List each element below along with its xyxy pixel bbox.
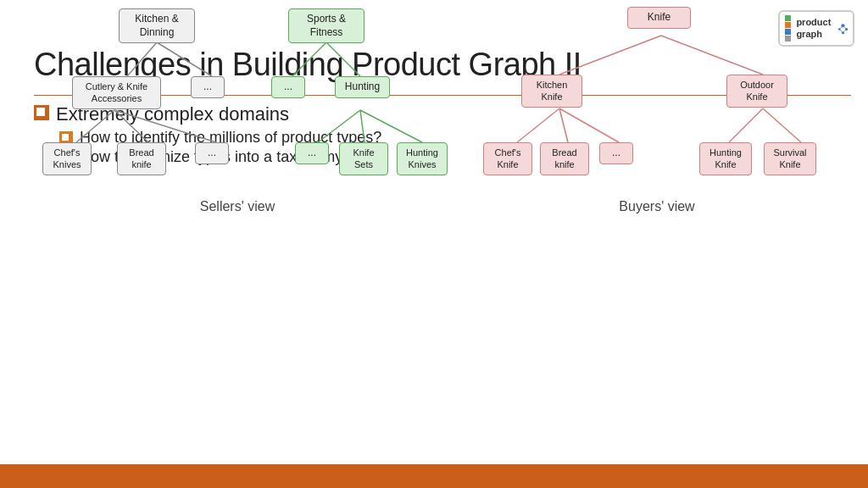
svg-line-19 bbox=[661, 36, 763, 75]
svg-line-22 bbox=[559, 108, 619, 142]
svg-line-4 bbox=[843, 25, 847, 29]
node-bread-knife: Breadknife bbox=[117, 142, 166, 175]
svg-line-23 bbox=[729, 108, 763, 142]
node-hunting-cat: Hunting bbox=[335, 76, 390, 98]
node-hunting-knives: HuntingKnives bbox=[397, 142, 448, 175]
bottom-bar bbox=[0, 464, 868, 488]
buyers-label: Buyers' view bbox=[572, 199, 742, 214]
node-kitchen-knife: KitchenKnife bbox=[521, 75, 582, 108]
node-sports-fitness: Sports &Fitness bbox=[288, 8, 364, 43]
logo: product graph bbox=[778, 10, 854, 57]
svg-line-21 bbox=[559, 108, 568, 142]
logo-text-line1: product bbox=[796, 17, 831, 28]
node-dots-hunting: ... bbox=[295, 142, 329, 164]
svg-line-24 bbox=[763, 108, 801, 142]
node-bread-knife-buyers: Breadknife bbox=[540, 142, 589, 175]
node-chefs-knives: Chef'sKnives bbox=[42, 142, 92, 175]
node-kitchen-dinning: Kitchen &Dinning bbox=[119, 8, 195, 43]
node-dots-sports: ... bbox=[271, 76, 305, 98]
svg-line-20 bbox=[517, 108, 559, 142]
svg-line-5 bbox=[843, 29, 847, 32]
svg-line-6 bbox=[840, 25, 843, 29]
node-survival-knife: SurvivalKnife bbox=[764, 142, 816, 175]
sellers-label: Sellers' view bbox=[153, 199, 322, 214]
node-knife: Knife bbox=[627, 7, 691, 29]
node-outdoor-knife: OutdoorKnife bbox=[726, 75, 787, 108]
node-dots-l2: ... bbox=[195, 142, 229, 164]
logo-squares bbox=[785, 15, 793, 42]
node-dots-l1: ... bbox=[191, 76, 225, 98]
node-knife-sets: KnifeSets bbox=[339, 142, 388, 175]
node-cutlery: Cutlery & KnifeAccessories bbox=[72, 76, 161, 109]
node-chefs-knife: Chef'sKnife bbox=[483, 142, 532, 175]
svg-line-7 bbox=[840, 29, 843, 32]
logo-text-line2: graph bbox=[796, 29, 831, 40]
logo-network-icon bbox=[834, 16, 848, 42]
node-hunting-knife: HuntingKnife bbox=[699, 142, 752, 175]
node-dots-buyers: ... bbox=[599, 142, 633, 164]
main-checkbox bbox=[34, 105, 49, 120]
